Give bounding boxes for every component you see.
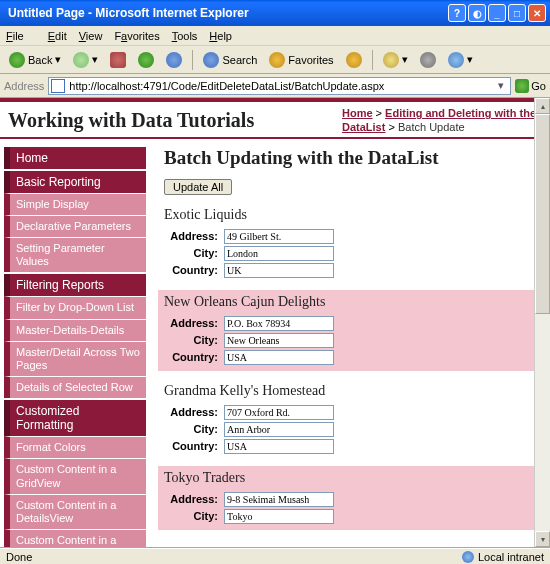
- scroll-down-button[interactable]: ▾: [535, 531, 550, 547]
- city-label: City:: [164, 423, 224, 435]
- city-input[interactable]: [224, 246, 334, 261]
- site-title: Working with Data Tutorials: [8, 109, 342, 132]
- star-icon: [269, 52, 285, 68]
- page-icon: [51, 79, 65, 93]
- sidebar-item[interactable]: Master/Detail Across Two Pages: [4, 341, 146, 376]
- vertical-scrollbar[interactable]: ▴ ▾: [534, 98, 550, 547]
- search-button[interactable]: Search: [198, 49, 262, 71]
- supplier-name: Tokyo Traders: [164, 470, 540, 486]
- home-icon: [166, 52, 182, 68]
- country-input[interactable]: [224, 263, 334, 278]
- scroll-thumb[interactable]: [535, 114, 550, 314]
- menu-favorites[interactable]: Favorites: [114, 30, 159, 42]
- page-title: Batch Updating with the DataList: [164, 147, 540, 169]
- sidebar-item[interactable]: Custom Content in a DetailsView: [4, 494, 146, 529]
- menu-edit[interactable]: Edit: [48, 30, 67, 42]
- toolbar: Back▾ ▾ Search Favorites ▾ ▾: [0, 46, 550, 74]
- maximize-button[interactable]: □: [508, 4, 526, 22]
- city-input[interactable]: [224, 422, 334, 437]
- security-zone: Local intranet: [462, 551, 544, 563]
- menu-view[interactable]: View: [79, 30, 103, 42]
- theme-button[interactable]: ◐: [468, 4, 486, 22]
- chevron-down-icon[interactable]: ▾: [494, 79, 508, 92]
- address-input[interactable]: [224, 229, 334, 244]
- city-label: City:: [164, 247, 224, 259]
- address-input[interactable]: [224, 405, 334, 420]
- scroll-up-button[interactable]: ▴: [535, 98, 550, 114]
- supplier-name: New Orleans Cajun Delights: [164, 294, 540, 310]
- sidebar-item[interactable]: Format Colors: [4, 436, 146, 458]
- supplier-block: New Orleans Cajun Delights Address: City…: [158, 290, 546, 371]
- history-button[interactable]: [341, 49, 367, 71]
- address-label: Address:: [164, 317, 224, 329]
- address-input[interactable]: [224, 316, 334, 331]
- browser-viewport: Working with Data Tutorials Home > Editi…: [0, 98, 550, 548]
- city-label: City:: [164, 510, 224, 522]
- stop-icon: [110, 52, 126, 68]
- back-button[interactable]: Back▾: [4, 49, 66, 71]
- scroll-track[interactable]: [535, 114, 550, 531]
- mail-icon: [383, 52, 399, 68]
- chevron-down-icon: ▾: [55, 53, 61, 66]
- stop-button[interactable]: [105, 49, 131, 71]
- address-bar: Address http://localhost:4791/Code/EditD…: [0, 74, 550, 98]
- forward-button[interactable]: ▾: [68, 49, 103, 71]
- menu-help[interactable]: Help: [209, 30, 232, 42]
- sidebar: Home Basic Reporting Simple Display Decl…: [0, 139, 150, 548]
- print-button[interactable]: [415, 49, 441, 71]
- sidebar-item[interactable]: Custom Content in a GridView: [4, 458, 146, 493]
- supplier-block: Exotic Liquids Address: City: Country:: [164, 207, 540, 278]
- window-titlebar: Untitled Page - Microsoft Internet Explo…: [0, 0, 550, 26]
- update-all-button[interactable]: Update All: [164, 179, 232, 195]
- country-label: Country:: [164, 351, 224, 363]
- menu-file[interactable]: File: [6, 30, 36, 42]
- sidebar-cat-formatting[interactable]: Customized Formatting: [4, 400, 146, 436]
- sidebar-item[interactable]: Setting Parameter Values: [4, 237, 146, 272]
- menu-tools[interactable]: Tools: [172, 30, 198, 42]
- search-icon: [203, 52, 219, 68]
- sidebar-item-home[interactable]: Home: [4, 147, 146, 169]
- city-label: City:: [164, 334, 224, 346]
- supplier-name: Grandma Kelly's Homestead: [164, 383, 540, 399]
- sidebar-item[interactable]: Filter by Drop-Down List: [4, 296, 146, 318]
- favorites-button[interactable]: Favorites: [264, 49, 338, 71]
- url-input[interactable]: http://localhost:4791/Code/EditDeleteDat…: [48, 77, 511, 95]
- sidebar-item[interactable]: Custom Content in a: [4, 529, 146, 548]
- chevron-down-icon: ▾: [92, 53, 98, 66]
- edit-icon: [448, 52, 464, 68]
- window-title: Untitled Page - Microsoft Internet Explo…: [4, 6, 446, 20]
- city-input[interactable]: [224, 509, 334, 524]
- country-input[interactable]: [224, 439, 334, 454]
- globe-icon: [462, 551, 474, 563]
- country-label: Country:: [164, 264, 224, 276]
- refresh-button[interactable]: [133, 49, 159, 71]
- sidebar-item[interactable]: Declarative Parameters: [4, 215, 146, 237]
- minimize-button[interactable]: _: [488, 4, 506, 22]
- breadcrumb-home[interactable]: Home: [342, 107, 373, 119]
- city-input[interactable]: [224, 333, 334, 348]
- sidebar-cat-filtering[interactable]: Filtering Reports: [4, 274, 146, 296]
- supplier-block: Grandma Kelly's Homestead Address: City:…: [164, 383, 540, 454]
- country-input[interactable]: [224, 350, 334, 365]
- status-text: Done: [6, 551, 32, 563]
- mail-button[interactable]: ▾: [378, 49, 413, 71]
- main-content: Batch Updating with the DataList Update …: [150, 139, 550, 548]
- refresh-icon: [138, 52, 154, 68]
- edit-button[interactable]: ▾: [443, 49, 478, 71]
- help-button[interactable]: ?: [448, 4, 466, 22]
- history-icon: [346, 52, 362, 68]
- supplier-block: Tokyo Traders Address: City:: [158, 466, 546, 530]
- sidebar-cat-basic-reporting[interactable]: Basic Reporting: [4, 171, 146, 193]
- sidebar-item[interactable]: Master-Details-Details: [4, 319, 146, 341]
- address-input[interactable]: [224, 492, 334, 507]
- address-label: Address: [4, 80, 44, 92]
- sidebar-item[interactable]: Details of Selected Row: [4, 376, 146, 398]
- home-button[interactable]: [161, 49, 187, 71]
- go-button[interactable]: Go: [515, 79, 546, 93]
- back-icon: [9, 52, 25, 68]
- sidebar-item[interactable]: Simple Display: [4, 193, 146, 215]
- address-label: Address:: [164, 230, 224, 242]
- address-label: Address:: [164, 493, 224, 505]
- breadcrumb-current: Batch Update: [398, 121, 465, 133]
- close-button[interactable]: ✕: [528, 4, 546, 22]
